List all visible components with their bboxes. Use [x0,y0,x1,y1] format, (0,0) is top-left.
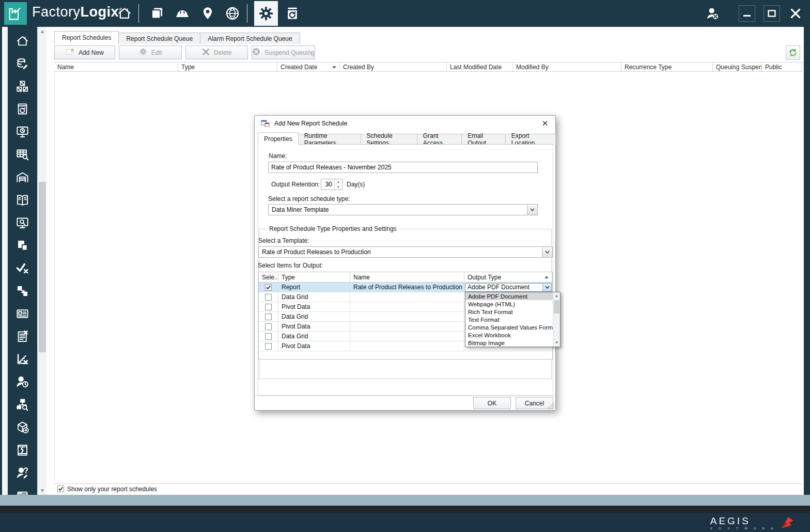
filter-caret-icon[interactable] [332,66,336,69]
location-pin-icon[interactable] [199,5,216,22]
output-type-combo[interactable]: Adobe PDF Document [465,283,552,292]
sidebar-item-id-card[interactable] [8,308,37,322]
dropdown-option-text-format[interactable]: Text Format [465,316,560,323]
dropdown-option-comma-separated-values-format[interactable]: Comma Separated Values Format [465,323,560,331]
sidebar-item-data-edit[interactable] [8,58,37,72]
sidebar-item-material-transfer[interactable] [8,285,37,299]
show-only-checkbox[interactable] [57,486,64,492]
type-cell[interactable]: Pivot Data [278,341,350,351]
dropdown-option-adobe-pdf-document[interactable]: Adobe PDF Document [465,292,560,300]
layers-icon[interactable] [149,5,165,22]
column-header-name[interactable]: Name [54,62,178,71]
scroll-down-icon[interactable]: ▼ [553,339,560,347]
tab-alarm-report-schedule-queue[interactable]: Alarm Report Schedule Queue [200,33,300,44]
add-new-button[interactable]: Add New [54,45,115,59]
name-input[interactable]: Rate of Product Releases - November 2025 [268,162,538,173]
user-logout-icon[interactable] [704,5,721,22]
edit-button[interactable]: Edit [119,45,182,59]
row-checkbox[interactable] [265,323,272,330]
dialog-tab-schedule-settings[interactable]: Schedule Settings [361,134,417,145]
row-checkbox[interactable] [265,314,272,320]
sidebar-item-warehouse[interactable] [8,171,37,185]
schedule-type-combo[interactable]: Data Miner Template [268,204,538,215]
name-cell[interactable] [350,302,464,311]
sidebar-item-package-damaged[interactable] [8,444,37,458]
type-cell[interactable]: Report [278,283,350,292]
type-cell[interactable]: Data Grid [278,332,350,341]
sidebar-item-dashboard-monitor[interactable] [8,126,37,140]
dialog-close-icon[interactable]: ✕ [539,118,551,129]
select-cell[interactable] [259,312,278,321]
dialog-tab-email-output[interactable]: Email Output [461,134,506,145]
select-cell[interactable] [259,332,278,341]
chevron-down-icon[interactable] [527,205,537,215]
dialog-tab-export-location[interactable]: Export Location [505,134,556,145]
dropdown-option-rich-text-format[interactable]: Rich Text Format [465,308,560,316]
scroll-down-icon[interactable]: ▼ [38,486,47,495]
sidebar-item-monitor-search[interactable] [8,217,37,231]
name-cell[interactable] [350,312,464,321]
sidebar-item-list-remove[interactable] [8,331,37,345]
name-cell[interactable] [350,292,464,302]
tab-report-schedules[interactable]: Report Schedules [54,31,119,44]
sidebar-item-user-question[interactable] [8,467,37,481]
dialog-titlebar[interactable]: Add New Report Schedule [255,116,555,131]
scrollbar-thumb[interactable] [554,300,559,314]
sidebar-item-org-search[interactable] [8,399,37,413]
column-header-recurrence-type[interactable]: Recurrence Type [621,62,713,71]
retention-spinner[interactable]: 30 ▲ ▼ [321,179,342,190]
home-nav-icon[interactable] [116,5,133,22]
items-column-sele[interactable]: Sele... [259,272,278,282]
type-cell[interactable]: Data Grid [278,292,350,302]
select-cell[interactable] [259,283,278,292]
row-checkbox[interactable] [265,304,272,310]
sidebar-item-ruler-remove[interactable] [8,353,37,367]
column-header-created-by[interactable]: Created By [340,62,447,71]
column-header-queuing-suspen-[interactable]: Queuing Suspen... [713,62,762,71]
name-cell[interactable] [350,341,464,351]
items-column-type[interactable]: Type [278,272,350,282]
items-grid-row[interactable]: ReportRate of Product Releases to Produc… [259,283,552,292]
sidebar-item-table-search[interactable] [8,149,37,163]
type-cell[interactable]: Pivot Data [278,322,350,331]
sidebar-item-assembly-blocks[interactable] [8,81,37,95]
column-header-modified-by[interactable]: Modified By [513,62,621,71]
hardhat-icon[interactable] [174,5,191,22]
spinner-up-icon[interactable]: ▲ [335,179,342,184]
type-cell[interactable]: Data Grid [278,312,350,321]
name-cell[interactable] [350,322,464,331]
sidebar-item-copy-pages[interactable] [8,240,37,254]
spinner-down-icon[interactable]: ▼ [335,184,342,190]
resize-grip[interactable] [548,402,555,410]
dropdown-option-bitmap-image[interactable]: Bitmap Image [465,339,560,347]
scrollbar-thumb[interactable] [39,182,46,352]
select-cell[interactable] [259,292,278,302]
chevron-down-icon[interactable] [542,247,552,257]
globe-icon[interactable] [224,5,241,22]
tab-report-schedule-queue[interactable]: Report Schedule Queue [118,33,200,44]
select-cell[interactable] [259,322,278,331]
row-checkbox[interactable] [265,333,272,340]
ok-button[interactable]: OK [473,397,511,409]
name-cell[interactable] [350,332,464,341]
suspend-queuing-button[interactable]: Suspend Queuing [252,45,315,59]
sidebar-item-documentation-book[interactable] [8,194,37,208]
row-checkbox[interactable] [265,343,272,350]
template-combo[interactable]: Rate of Product Releases to Production [258,246,553,258]
select-cell[interactable] [259,341,278,351]
close-button[interactable] [787,5,804,22]
sidebar-item-user-time[interactable] [8,376,37,390]
dropdown-option-webpage-html-[interactable]: Webpage (HTML) [465,300,560,308]
type-cell[interactable]: Pivot Data [278,302,350,311]
refresh-button[interactable] [786,45,800,60]
column-header-last-modified-date[interactable]: Last Modified Date [447,62,513,71]
chevron-down-icon[interactable] [542,284,551,291]
dialog-tab-grant-access[interactable]: Grant Access [417,134,462,145]
row-checkbox[interactable] [265,294,272,301]
sidebar-item-home[interactable] [8,35,37,49]
dialog-tab-runtime-parameters[interactable]: Runtime Parameters [298,134,361,145]
maximize-button[interactable] [764,5,780,22]
dropdown-option-excel-workbook[interactable]: Excel Workbook [465,331,560,339]
scroll-up-icon[interactable]: ▲ [38,27,47,36]
name-cell[interactable]: Rate of Product Releases to Production [350,283,464,292]
